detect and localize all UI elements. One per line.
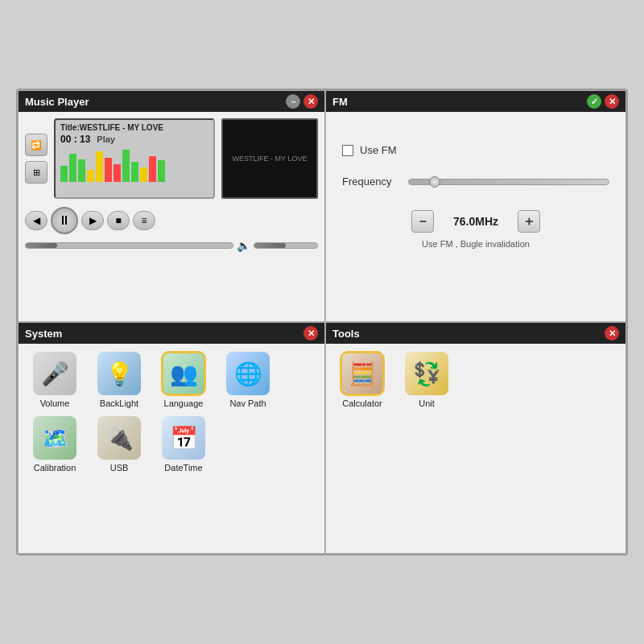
- pause-icon: ⏸: [58, 213, 71, 228]
- tools-panel: Tools ✕ 🧮Calculator💱Unit: [325, 322, 626, 554]
- fm-freq-controls: － 76.0MHz ＋: [342, 210, 609, 233]
- music-close-button[interactable]: ✕: [303, 94, 318, 109]
- fm-close-button[interactable]: ✕: [605, 94, 619, 109]
- music-eq-button[interactable]: ⊞: [25, 161, 47, 184]
- eq-bar: [87, 170, 94, 182]
- eq-bar: [131, 162, 138, 182]
- music-seek-row: 🔈: [25, 239, 318, 252]
- music-song-title: Title:WESTLIFE - MY LOVE: [60, 123, 208, 132]
- system-icon-datetime[interactable]: 📅DateTime: [155, 416, 212, 473]
- fm-use-checkbox[interactable]: [342, 145, 353, 156]
- music-player-controls: － ✕: [286, 94, 318, 109]
- music-player-panel: Music Player － ✕ 🔁 ⊞ Title:WESTLIFE - MY…: [18, 90, 325, 322]
- tools-close-button[interactable]: ✕: [605, 326, 619, 341]
- system-icon-usb[interactable]: 🔌USB: [91, 416, 147, 473]
- unit-icon: 💱: [405, 352, 448, 395]
- tools-icon-unit[interactable]: 💱Unit: [398, 352, 455, 408]
- fm-frequency-label: Frequency: [342, 175, 398, 188]
- unit-label: Unit: [419, 398, 435, 408]
- app-window: Music Player － ✕ 🔁 ⊞ Title:WESTLIFE - MY…: [16, 89, 628, 555]
- datetime-label: DateTime: [164, 463, 202, 473]
- system-icon-navpath[interactable]: 🌐Nav Path: [220, 352, 276, 408]
- system-header-controls: ✕: [303, 326, 318, 341]
- calibration-label: Calibration: [34, 463, 76, 473]
- eq-bar: [69, 154, 76, 182]
- music-side-buttons: 🔁 ⊞: [25, 118, 47, 199]
- music-repeat-button[interactable]: 🔁: [25, 134, 47, 156]
- music-time: 00 : 13: [60, 134, 90, 145]
- system-panel-header: System ✕: [19, 323, 324, 344]
- tools-icon-calculator[interactable]: 🧮Calculator: [334, 352, 390, 408]
- backlight-icon: 💡: [97, 352, 141, 395]
- calibration-icon: 🗺️: [33, 416, 76, 460]
- eq-bar: [122, 150, 130, 182]
- music-seek-bar[interactable]: [25, 242, 233, 249]
- music-player-content: 🔁 ⊞ Title:WESTLIFE - MY LOVE 00 : 13 Pla…: [19, 112, 324, 321]
- fm-use-label: Use FM: [360, 144, 397, 156]
- eq-bar: [60, 166, 68, 182]
- music-next-button[interactable]: ▶: [81, 211, 104, 230]
- system-icon-volume[interactable]: 🎤Volume: [27, 352, 83, 408]
- system-icon-calibration[interactable]: 🗺️Calibration: [27, 416, 83, 473]
- fm-use-row: Use FM: [342, 144, 609, 156]
- system-panel: System ✕ 🎤Volume💡BackLight👥Language🌐Nav …: [18, 322, 325, 554]
- system-icon-grid: 🎤Volume💡BackLight👥Language🌐Nav Path🗺️Cal…: [27, 352, 316, 473]
- music-list-button[interactable]: ≡: [133, 211, 155, 230]
- usb-icon: 🔌: [97, 416, 141, 460]
- eq-bar: [149, 156, 156, 182]
- calculator-label: Calculator: [342, 398, 382, 408]
- eq-bar: [158, 160, 165, 182]
- tools-header-controls: ✕: [605, 326, 619, 341]
- fm-check-button[interactable]: ✓: [587, 94, 601, 109]
- fm-frequency-display: 76.0MHz: [444, 215, 508, 228]
- system-panel-content: 🎤Volume💡BackLight👥Language🌐Nav Path🗺️Cal…: [19, 344, 324, 553]
- navpath-icon: 🌐: [226, 352, 270, 395]
- music-thumbnail-text: WESTLIFE - MY LOVE: [233, 155, 308, 163]
- language-label: Language: [164, 398, 204, 408]
- volume-icon: 🔈: [237, 239, 250, 252]
- eq-bar: [140, 167, 147, 182]
- music-minimize-button[interactable]: －: [286, 94, 300, 109]
- usb-label: USB: [110, 463, 129, 473]
- tools-panel-content: 🧮Calculator💱Unit: [326, 344, 625, 553]
- volume-bar[interactable]: [254, 242, 318, 249]
- fm-header-controls: ✓ ✕: [587, 94, 619, 109]
- eq-bar: [105, 158, 112, 182]
- music-top-section: 🔁 ⊞ Title:WESTLIFE - MY LOVE 00 : 13 Pla…: [25, 118, 318, 199]
- music-info-box: Title:WESTLIFE - MY LOVE 00 : 13 Play: [54, 118, 215, 199]
- system-title: System: [25, 328, 62, 340]
- fm-increase-button[interactable]: ＋: [518, 210, 540, 233]
- navpath-label: Nav Path: [229, 398, 266, 408]
- system-icon-backlight[interactable]: 💡BackLight: [91, 352, 147, 408]
- music-player-header: Music Player － ✕: [19, 91, 324, 112]
- fm-panel-header: FM ✓ ✕: [326, 91, 625, 112]
- tools-title: Tools: [332, 328, 360, 340]
- language-icon: 👥: [162, 352, 205, 395]
- music-time-row: 00 : 13 Play: [60, 134, 208, 145]
- music-stop-button[interactable]: ■: [107, 211, 130, 230]
- backlight-label: BackLight: [100, 398, 138, 408]
- fm-frequency-slider[interactable]: [408, 179, 609, 185]
- seek-bar-fill: [26, 243, 57, 248]
- eq-bar: [78, 159, 85, 182]
- eq-visualizer: [60, 150, 208, 182]
- system-close-button[interactable]: ✕: [303, 326, 318, 341]
- calculator-icon: 🧮: [341, 352, 384, 395]
- music-thumbnail: WESTLIFE - MY LOVE: [221, 118, 318, 199]
- music-pause-button[interactable]: ⏸: [51, 207, 78, 234]
- fm-title: FM: [332, 96, 348, 108]
- system-icon-language[interactable]: 👥Language: [155, 352, 212, 408]
- fm-frequency-row: Frequency: [342, 175, 609, 188]
- fm-slider-thumb: [429, 176, 440, 188]
- tools-panel-header: Tools ✕: [326, 323, 625, 344]
- eq-bar: [114, 164, 121, 182]
- music-prev-button[interactable]: ◀: [25, 211, 47, 230]
- tools-icon-grid: 🧮Calculator💱Unit: [334, 352, 617, 408]
- fm-note: Use FM , Bugle invalidation: [342, 239, 609, 249]
- fm-panel-content: Use FM Frequency － 76.0MHz ＋ Use FM , Bu…: [326, 112, 625, 321]
- datetime-icon: 📅: [162, 416, 205, 460]
- music-playback-controls: ◀ ⏸ ▶ ■ ≡: [25, 207, 318, 234]
- volume-bar-fill: [254, 243, 286, 248]
- fm-decrease-button[interactable]: －: [411, 210, 434, 233]
- volume-label: Volume: [40, 398, 70, 408]
